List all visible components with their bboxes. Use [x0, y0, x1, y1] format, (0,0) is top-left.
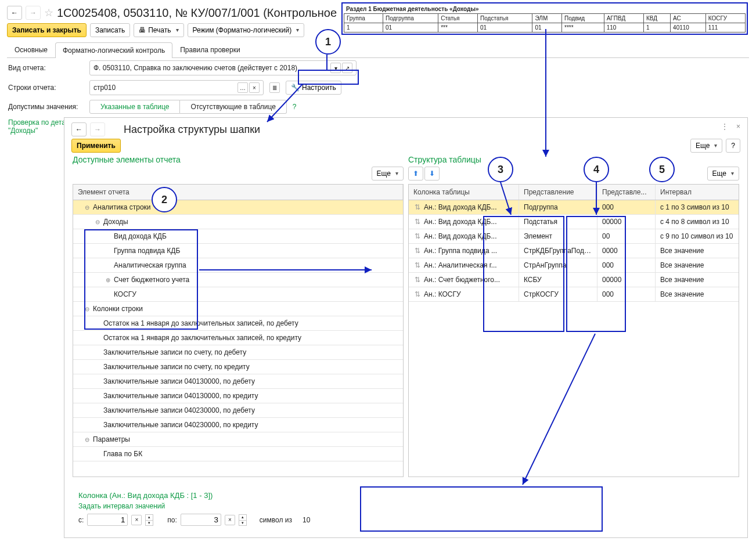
interval-editor: Колонка (Ан.: Вид дохода КДБ : [1 - 3]) …	[73, 486, 739, 530]
apply-button[interactable]: Применить	[71, 139, 121, 153]
tree-row[interactable]: Группа подвида КДБ	[73, 244, 403, 258]
tree-toggle-icon[interactable]: ⊖	[84, 306, 91, 312]
help-link[interactable]: ?	[293, 103, 297, 111]
tree-row[interactable]: ⊖ Параметры	[73, 432, 403, 447]
tree-label: Глава по БК	[103, 450, 142, 458]
close-icon[interactable]: ×	[736, 122, 740, 131]
tree-label: Счет бюджетного учета	[114, 276, 189, 284]
grid-row[interactable]: ⇅Ан.: Группа подвида ... СтрКДБГруппаПод…	[409, 244, 739, 258]
move-up-button[interactable]: ⬆	[408, 167, 423, 181]
tree-row[interactable]: Заключительные записи 040230000, по дебе…	[73, 403, 403, 418]
panel-more-button[interactable]: Еще	[690, 139, 722, 153]
tree-row[interactable]: ⊕ Счет бюджетного учета	[73, 273, 403, 287]
left-more-button[interactable]: Еще	[372, 167, 404, 181]
tree-row[interactable]: Остаток на 1 января до заключительных за…	[73, 316, 403, 331]
mode-button[interactable]: Режим (Форматно-логический)	[188, 23, 305, 37]
panel-help-button[interactable]: ?	[726, 139, 740, 153]
wrench-icon: 🔧	[291, 83, 300, 92]
elements-tree[interactable]: Элемент отчета ⊖ Аналитика строки ⊖ Дохо…	[73, 184, 404, 477]
structure-grid[interactable]: Колонка таблицы Представление Представле…	[408, 184, 739, 477]
list-icon[interactable]: ≣	[269, 82, 280, 93]
nav-forward[interactable]: →	[26, 6, 41, 20]
callout-3: 3	[488, 157, 513, 182]
interval-from-input[interactable]	[87, 514, 128, 526]
drag-handle-icon[interactable]: ⇅	[413, 203, 422, 211]
tree-label: Остаток на 1 января до заключительных за…	[103, 334, 301, 342]
configure-button[interactable]: 🔧 Настроить	[286, 81, 341, 95]
drag-handle-icon[interactable]: ⇅	[413, 232, 422, 240]
clear-icon[interactable]: ×	[249, 82, 260, 93]
panel-menu-icon[interactable]: ⋮	[721, 122, 728, 131]
move-down-button[interactable]: ⬇	[424, 167, 440, 181]
grid-row[interactable]: ⇅Ан.: Вид дохода КДБ... Подгруппа000с 1 …	[409, 200, 739, 215]
tree-row[interactable]: Аналитическая группа	[73, 258, 403, 273]
tab-fl-control[interactable]: Форматно-логический контроль	[55, 42, 172, 58]
tree-row[interactable]: КОСГУ	[73, 287, 403, 302]
tree-row[interactable]: ⊖ Колонки строки	[73, 302, 403, 316]
allowed-in-table-toggle[interactable]: Указанные в таблице	[89, 100, 180, 114]
allowed-values-label: Допустимы значения:	[8, 103, 84, 111]
tree-label: Вид дохода КДБ	[114, 232, 167, 240]
panel-nav-back[interactable]: ←	[71, 122, 87, 136]
tree-row[interactable]: Заключительные записи 040130000, по дебе…	[73, 374, 403, 389]
dropdown-icon[interactable]: ▾	[330, 63, 341, 73]
tree-label: Заключительные записи 040230000, по кред…	[103, 421, 258, 429]
ellipsis-icon[interactable]: …	[237, 82, 248, 93]
tree-row[interactable]: ⊖ Аналитика строки	[73, 200, 403, 215]
tree-label: Доходы	[103, 218, 128, 226]
table-structure-title: Структура таблицы	[408, 155, 739, 164]
editor-title: Колонка (Ан.: Вид дохода КДБ : [1 - 3])	[78, 491, 733, 500]
clear-from-icon[interactable]: ×	[131, 515, 142, 525]
drag-handle-icon[interactable]: ⇅	[413, 276, 422, 284]
preview-table: Раздел 1 Бюджетная деятельность «Доходы»…	[341, 2, 748, 35]
tree-toggle-icon[interactable]: ⊕	[105, 277, 111, 283]
drag-handle-icon[interactable]: ⇅	[413, 290, 422, 298]
tab-rules[interactable]: Правила проверки	[172, 42, 247, 57]
grid-row[interactable]: ⇅Ан.: Вид дохода КДБ... Элемент00с 9 по …	[409, 229, 739, 244]
drag-handle-icon[interactable]: ⇅	[413, 218, 422, 226]
tree-label: КОСГУ	[114, 290, 136, 298]
print-button[interactable]: 🖶 Печать	[134, 23, 183, 37]
tree-label: Заключительные записи 040130000, по дебе…	[103, 377, 255, 385]
open-ref-icon[interactable]: ↗	[342, 63, 352, 73]
save-and-close-button[interactable]: Записать и закрыть	[7, 23, 87, 37]
report-type-select[interactable]: Ф. 0503110, Справка по заключению счетов…	[89, 60, 357, 75]
callout-5: 5	[649, 157, 675, 182]
drag-handle-icon[interactable]: ⇅	[413, 261, 422, 269]
tree-row[interactable]: Заключительные записи 040130000, по кред…	[73, 389, 403, 403]
allowed-not-in-table-toggle[interactable]: Отсутствующие в таблице	[180, 100, 286, 114]
clear-to-icon[interactable]: ×	[225, 515, 235, 525]
from-spinner[interactable]: ▴▾	[145, 514, 153, 526]
tree-row[interactable]: Заключительные записи по счету, по креди…	[73, 360, 403, 374]
grid-row[interactable]: ⇅Ан.: Аналитическая г... СтрАнГруппа000В…	[409, 258, 739, 273]
favorite-star-icon[interactable]: ☆	[44, 6, 53, 19]
grid-row[interactable]: ⇅Ан.: Вид дохода КДБ... Подстатья00000с …	[409, 215, 739, 229]
to-spinner[interactable]: ▴▾	[239, 514, 247, 526]
panel-title: Настройка структуры шапки	[124, 124, 260, 136]
report-rows-label: Строки отчета:	[8, 84, 84, 92]
tree-label: Аналитическая группа	[114, 261, 186, 269]
tree-row[interactable]: Заключительные записи 040230000, по кред…	[73, 418, 403, 432]
tree-row[interactable]: ⊖ Доходы	[73, 215, 403, 229]
grid-row[interactable]: ⇅Ан.: Счет бюджетного... КСБУ00000Все зн…	[409, 273, 739, 287]
tree-toggle-icon[interactable]: ⊖	[84, 204, 91, 211]
tab-main[interactable]: Основные	[7, 42, 55, 57]
report-rows-select[interactable]: стр010 … ×	[89, 80, 264, 95]
interval-to-input[interactable]	[181, 514, 221, 526]
tree-row[interactable]: Остаток на 1 января до заключительных за…	[73, 331, 403, 345]
drag-handle-icon[interactable]: ⇅	[413, 247, 422, 255]
callout-1: 1	[315, 29, 341, 55]
grid-row[interactable]: ⇅Ан.: КОСГУ СтрКОСГУ000Все значение	[409, 287, 739, 302]
panel-nav-forward[interactable]: →	[90, 122, 105, 136]
tree-label: Параметры	[93, 435, 130, 443]
tree-row[interactable]: Глава по БК	[73, 447, 403, 461]
save-button[interactable]: Записать	[90, 23, 130, 37]
tree-row[interactable]: Заключительные записи по счету, по дебет…	[73, 345, 403, 360]
tree-row[interactable]: Вид дохода КДБ	[73, 229, 403, 244]
available-elements-title: Доступные элементы отчета	[73, 155, 404, 164]
tree-toggle-icon[interactable]: ⊖	[94, 219, 101, 225]
tree-label: Заключительные записи по счету, по креди…	[103, 363, 250, 371]
nav-back[interactable]: ←	[7, 6, 22, 20]
right-more-button[interactable]: Еще	[707, 167, 739, 181]
tree-toggle-icon[interactable]: ⊖	[84, 436, 91, 443]
